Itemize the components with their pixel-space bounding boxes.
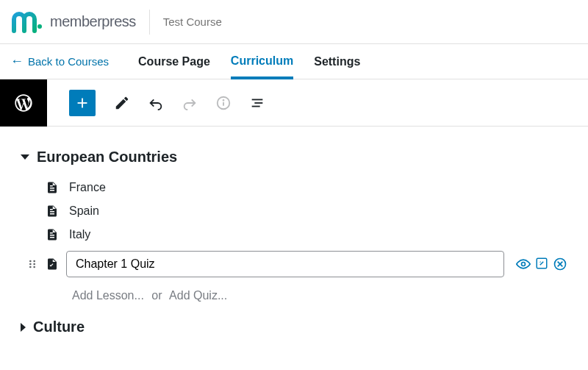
lesson-row[interactable]: Italy: [21, 223, 567, 246]
document-icon: [46, 228, 59, 241]
lesson-row[interactable]: France: [21, 176, 567, 199]
add-row: Add Lesson... or Add Quiz...: [21, 282, 567, 302]
caret-right-icon: [21, 323, 26, 332]
section-header[interactable]: Culture: [21, 319, 567, 335]
svg-point-11: [29, 263, 32, 266]
document-icon: [46, 204, 59, 218]
back-label: Back to Courses: [28, 55, 109, 68]
view-button[interactable]: [516, 257, 531, 271]
quiz-name-input[interactable]: [66, 251, 504, 277]
brand-name: memberpress: [50, 13, 136, 30]
quiz-document-icon: [46, 257, 59, 271]
course-title: Test Course: [163, 15, 222, 28]
nav-row: Back to Courses Course Page Curriculum S…: [0, 44, 588, 79]
svg-point-5: [223, 99, 224, 100]
edit-tool-button[interactable]: [109, 90, 135, 116]
lesson-row[interactable]: Spain: [21, 199, 567, 223]
lesson-title: France: [69, 181, 106, 194]
info-button: [210, 90, 237, 116]
outline-button[interactable]: [244, 90, 270, 116]
section-title: European Countries: [37, 149, 177, 166]
logo-mark-icon: [12, 10, 46, 34]
undo-button[interactable]: [143, 90, 169, 116]
add-quiz-link[interactable]: Add Quiz...: [169, 289, 227, 302]
or-label: or: [147, 289, 166, 302]
section-european-countries: European Countries France Spain Italy: [21, 149, 567, 302]
lesson-title: Spain: [69, 204, 99, 218]
wordpress-icon[interactable]: [0, 79, 47, 127]
svg-point-15: [522, 263, 526, 266]
caret-down-icon: [21, 154, 29, 160]
add-block-button[interactable]: [69, 90, 96, 116]
section-title: Culture: [33, 319, 85, 335]
header-divider: [149, 10, 150, 35]
svg-point-10: [33, 260, 35, 263]
quiz-edit-row: [21, 246, 567, 282]
svg-point-13: [29, 266, 32, 268]
drag-handle-icon[interactable]: [26, 258, 38, 270]
redo-button: [176, 90, 203, 116]
svg-point-0: [37, 24, 42, 29]
app-header: memberpress Test Course: [0, 0, 588, 44]
add-lesson-link[interactable]: Add Lesson...: [72, 289, 144, 302]
svg-point-14: [33, 266, 35, 268]
row-actions: [516, 257, 567, 271]
brand-logo: memberpress: [12, 10, 136, 34]
tab-course-page[interactable]: Course Page: [138, 46, 210, 77]
svg-point-9: [29, 260, 32, 263]
edit-button[interactable]: [535, 257, 548, 271]
back-to-courses-link[interactable]: Back to Courses: [10, 54, 109, 69]
tab-curriculum[interactable]: Curriculum: [231, 46, 293, 79]
section-header[interactable]: European Countries: [21, 149, 567, 166]
lesson-title: Italy: [69, 228, 90, 241]
curriculum-content: European Countries France Spain Italy: [0, 127, 588, 359]
svg-point-12: [33, 263, 35, 266]
editor-toolbar: [0, 79, 588, 127]
tab-settings[interactable]: Settings: [314, 46, 360, 77]
section-culture: Culture: [21, 319, 567, 335]
course-tabs: Course Page Curriculum Settings: [138, 46, 360, 78]
document-icon: [46, 181, 59, 194]
delete-button[interactable]: [553, 257, 567, 271]
